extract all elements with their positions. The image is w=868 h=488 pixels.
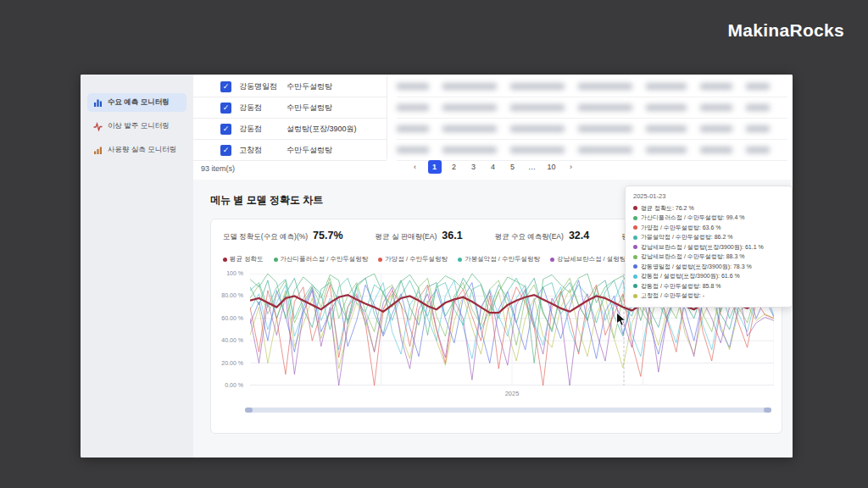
sidebar-item-demand-forecast-monitoring[interactable]: 수요 예측 모니터링 xyxy=(87,93,186,112)
y-tick-label: 20.00 % xyxy=(221,360,243,366)
stat-value: 36.1 xyxy=(442,230,462,241)
tooltip-row: 평균 정확도: 76.2 % xyxy=(633,203,784,214)
legend-color-dot xyxy=(378,258,382,262)
legend-item[interactable]: 가산디플러스점 / 수만두설렁탕 xyxy=(274,255,369,263)
blurred-cell xyxy=(578,104,632,111)
blurred-cell xyxy=(700,125,732,132)
tooltip-row: 강남세브란스점 / 설렁탕(포장/3900원): 61.1 % xyxy=(633,242,784,252)
blurred-cell xyxy=(746,147,770,153)
blurred-cell xyxy=(397,147,429,153)
stat-item: 평균 수요 예측량(EA)32.4 xyxy=(495,230,590,242)
tooltip-color-dot xyxy=(633,225,637,230)
table-row-blurred xyxy=(397,76,787,97)
histogram-icon xyxy=(93,146,103,155)
blurred-cell xyxy=(700,147,732,153)
scrollbar-right-handle[interactable] xyxy=(764,408,771,413)
legend-item[interactable]: 평균 정확도 xyxy=(223,255,264,263)
legend-color-dot xyxy=(223,258,227,262)
pagination-next[interactable]: › xyxy=(565,160,578,174)
tooltip-color-dot xyxy=(633,294,637,298)
tooltip-label: 강동점 / 수만두설렁탕: 85.8 % xyxy=(641,282,721,291)
legend-item[interactable]: 가양점 / 수만두설렁탕 xyxy=(378,255,448,263)
blurred-cell xyxy=(746,104,770,111)
stat-item: 평균 실 판매량(EA)36.1 xyxy=(376,230,463,242)
row-checkbox[interactable]: ✓ xyxy=(220,124,231,135)
tooltip-row: 강동명일점 / 설렁탕(포장/3900원): 78.3 % xyxy=(633,262,784,272)
table-row[interactable]: ✓강동점수만두설렁탕 xyxy=(193,97,387,119)
tooltip-label: 고창점 / 수만두설렁탕: - xyxy=(641,291,704,300)
tooltip-label: 가양점 / 수만두설렁탕: 63.6 % xyxy=(641,224,721,232)
pagination-page[interactable]: 10 xyxy=(545,160,559,174)
menu-name-cell: 수만두설렁탕 xyxy=(287,145,332,156)
blurred-cell xyxy=(442,83,497,90)
tooltip-color-dot xyxy=(633,206,637,210)
pagination-page[interactable]: 3 xyxy=(467,160,481,174)
sidebar: 수요 예측 모니터링 이상 발주 모니터링 사용량 실측 모니터링 xyxy=(81,75,194,458)
sidebar-item-label: 사용량 실측 모니터링 xyxy=(108,145,176,155)
table-row[interactable]: ✓강동점설렁탕(포장/3900원) xyxy=(193,119,387,140)
chart-range-scrollbar[interactable] xyxy=(245,408,771,413)
tooltip-label: 가봉설악점 / 수만두설렁탕: 86.2 % xyxy=(641,233,733,241)
pagination-page[interactable]: 2 xyxy=(448,160,461,174)
legend-color-dot xyxy=(458,258,462,262)
sidebar-item-label: 수요 예측 모니터링 xyxy=(108,97,170,108)
pulse-icon xyxy=(93,122,103,131)
store-name-cell: 강동명일점 xyxy=(239,81,287,92)
blurred-cell xyxy=(442,147,497,153)
menu-name-cell: 수만두설렁탕 xyxy=(287,103,332,114)
tooltip-label: 평균 정확도: 76.2 % xyxy=(641,204,694,213)
tooltip-color-dot xyxy=(633,236,637,240)
store-name-cell: 고창점 xyxy=(239,145,287,156)
tooltip-row: 강동점 / 설렁탕(포장/3900원): 61.6 % xyxy=(633,272,784,282)
chart-tooltip: 2025-01-23 평균 정확도: 76.2 %가산디플러스점 / 수만두설렁… xyxy=(625,186,793,308)
blurred-cell xyxy=(510,104,565,111)
legend-item[interactable]: 가봉설악점 / 수만두설렁탕 xyxy=(458,255,540,263)
sidebar-item-abnormal-order-monitoring[interactable]: 이상 발주 모니터링 xyxy=(87,117,186,136)
pagination-page[interactable]: 4 xyxy=(487,160,500,174)
table-row-blurred xyxy=(397,140,787,161)
stats-row: 모델 정확도(수요 예측)(%)75.7%평균 실 판매량(EA)36.1평균 … xyxy=(223,230,687,242)
stat-item: 모델 정확도(수요 예측)(%)75.7% xyxy=(223,230,343,242)
tooltip-row: 가양점 / 수만두설렁탕: 63.6 % xyxy=(633,223,784,233)
table-body: ✓강동명일점수만두설렁탕✓강동점수만두설렁탕✓강동점설렁탕(포장/3900원)✓… xyxy=(193,76,387,161)
section-title: 메뉴 별 모델 정확도 차트 xyxy=(210,193,323,208)
blurred-cell xyxy=(442,104,497,111)
tooltip-label: 가산디플러스점 / 수만두설렁탕: 99.4 % xyxy=(641,214,745,222)
tooltip-row: 강남세브란스점 / 수만두설렁탕: 88.3 % xyxy=(633,252,784,263)
app-window: 수요 예측 모니터링 이상 발주 모니터링 사용량 실측 모니터링 ✓강동명일점… xyxy=(81,75,793,458)
tooltip-label: 강동명일점 / 설렁탕(포장/3900원): 78.3 % xyxy=(641,263,752,271)
tooltip-color-dot xyxy=(633,284,637,288)
legend-label: 가양점 / 수만두설렁탕 xyxy=(385,255,448,263)
stat-label: 모델 정확도(수요 예측)(%) xyxy=(223,232,308,242)
row-checkbox[interactable]: ✓ xyxy=(220,81,231,92)
blurred-cell xyxy=(578,147,632,153)
pagination-prev[interactable]: ‹ xyxy=(409,160,422,174)
tooltip-label: 강동점 / 설렁탕(포장/3900원): 61.6 % xyxy=(641,272,740,280)
pagination-ellipsis: … xyxy=(526,160,539,174)
blurred-cell xyxy=(578,125,632,132)
legend-label: 가봉설악점 / 수만두설렁탕 xyxy=(465,255,540,263)
tooltip-color-dot xyxy=(633,255,637,259)
scrollbar-left-handle[interactable] xyxy=(245,408,253,413)
legend-label: 평균 정확도 xyxy=(230,255,264,263)
store-name-cell: 강동점 xyxy=(239,103,287,114)
main-content: ✓강동명일점수만두설렁탕✓강동점수만두설렁탕✓강동점설렁탕(포장/3900원)✓… xyxy=(193,75,793,458)
legend-color-dot xyxy=(274,258,278,262)
legend-color-dot xyxy=(550,258,554,262)
blurred-cell xyxy=(510,147,565,153)
table-row-blurred xyxy=(397,119,787,140)
tooltip-row: 강동점 / 수만두설렁탕: 85.8 % xyxy=(633,281,784,291)
sidebar-item-label: 이상 발주 모니터링 xyxy=(108,121,170,131)
pagination-page[interactable]: 1 xyxy=(428,160,442,174)
sidebar-item-usage-measurement-monitoring[interactable]: 사용량 실측 모니터링 xyxy=(87,141,186,159)
pagination-page[interactable]: 5 xyxy=(506,160,520,174)
y-tick-label: 40.00 % xyxy=(221,337,243,343)
blurred-cell xyxy=(746,83,770,90)
blurred-cell xyxy=(397,83,429,90)
tooltip-row: 가봉설악점 / 수만두설렁탕: 86.2 % xyxy=(633,233,784,243)
table-row[interactable]: ✓강동명일점수만두설렁탕 xyxy=(193,76,387,97)
row-checkbox[interactable]: ✓ xyxy=(220,145,231,156)
y-tick-label: 80.00 % xyxy=(221,292,243,298)
row-checkbox[interactable]: ✓ xyxy=(220,103,231,114)
table-row[interactable]: ✓고창점수만두설렁탕 xyxy=(193,140,387,161)
